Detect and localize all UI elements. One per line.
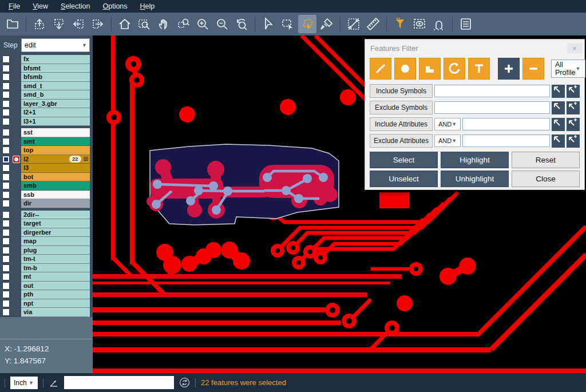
- layer-row-smd_b[interactable]: smd_b: [0, 90, 93, 100]
- menu-options[interactable]: Options: [96, 2, 133, 10]
- layer-name-bar[interactable]: fx: [21, 55, 90, 64]
- tool-select-pointer[interactable]: [259, 15, 278, 33]
- filter-value-input[interactable]: [462, 118, 550, 130]
- tool-clear-brush[interactable]: [318, 15, 336, 33]
- layer-name-bar[interactable]: l3+1: [21, 117, 90, 126]
- menu-help[interactable]: Help: [134, 2, 161, 10]
- layer-row-l2[interactable]: l222⊞: [0, 155, 93, 164]
- tool-home-view[interactable]: [116, 15, 134, 33]
- layer-row-plug[interactable]: plug: [0, 246, 93, 255]
- layer-name-bar[interactable]: l222⊞: [21, 155, 90, 164]
- layer-checkbox[interactable]: [2, 100, 10, 108]
- layer-row-bfsmt[interactable]: bfsmt: [0, 64, 93, 73]
- layer-name-bar[interactable]: map: [21, 237, 90, 246]
- layer-name-bar[interactable]: top: [21, 146, 90, 155]
- pick-add-button[interactable]: [567, 134, 580, 148]
- layer-checkbox[interactable]: [2, 282, 10, 290]
- layer-name-bar[interactable]: l3: [21, 164, 90, 173]
- layer-checkbox[interactable]: [2, 65, 10, 72]
- layer-checkbox[interactable]: [2, 73, 10, 81]
- tool-pan-hand[interactable]: [155, 15, 173, 33]
- layer-checkbox[interactable]: [2, 308, 10, 316]
- layer-row-bot[interactable]: bot: [0, 173, 93, 182]
- menu-view[interactable]: View: [26, 2, 54, 10]
- pick-button[interactable]: [552, 101, 565, 114]
- layer-checkbox[interactable]: [2, 247, 10, 254]
- layer-checkbox[interactable]: [2, 56, 10, 63]
- filter-row-label-button[interactable]: Include Symbols: [370, 84, 433, 98]
- layer-checkbox[interactable]: [2, 191, 10, 199]
- layer-checkbox[interactable]: [2, 129, 10, 136]
- tool-zoom-window[interactable]: [135, 15, 153, 33]
- layer-row-mt[interactable]: mt: [0, 272, 93, 282]
- filter-value-input[interactable]: [434, 85, 550, 97]
- filter-add-button[interactable]: [498, 58, 520, 80]
- tool-shift-down[interactable]: [50, 15, 68, 33]
- layer-name-bar[interactable]: sst: [21, 128, 90, 137]
- filter-value-input[interactable]: [462, 134, 550, 147]
- layer-row-tm-t[interactable]: tm-t: [0, 255, 93, 264]
- tool-zoom-previous[interactable]: [232, 15, 251, 33]
- filter-type-pad[interactable]: [394, 58, 416, 80]
- layer-name-bar[interactable]: npt: [21, 299, 90, 308]
- layer-name-bar[interactable]: out: [21, 282, 90, 291]
- select-button[interactable]: Select: [370, 152, 438, 168]
- pick-add-button[interactable]: [567, 101, 580, 114]
- layer-checkbox[interactable]: [2, 200, 10, 207]
- layer-row-bfsmb[interactable]: bfsmb: [0, 73, 93, 82]
- unhighlight-button[interactable]: Unhighlight: [441, 171, 509, 187]
- tool-open-file[interactable]: [3, 15, 22, 33]
- layer-name-bar[interactable]: bfsmb: [21, 73, 90, 82]
- highlight-button[interactable]: Highlight: [441, 152, 509, 168]
- layer-row-out[interactable]: out: [0, 282, 93, 291]
- close-button[interactable]: Close: [512, 171, 580, 187]
- tool-measure-distance[interactable]: [345, 15, 363, 33]
- filter-row-label-button[interactable]: Exclude Attributes: [370, 134, 433, 148]
- filter-type-text[interactable]: [468, 58, 490, 80]
- layer-name-bar[interactable]: bot: [21, 173, 90, 182]
- layer-checkbox[interactable]: [2, 255, 10, 263]
- filter-type-line[interactable]: [370, 58, 391, 80]
- menu-selection[interactable]: Selection: [54, 2, 96, 10]
- menu-file[interactable]: File: [2, 2, 26, 10]
- layer-name-bar[interactable]: plug: [21, 246, 90, 255]
- layer-checkbox[interactable]: [2, 156, 10, 163]
- layer-name-bar[interactable]: dirgerber: [21, 228, 90, 237]
- layer-name-bar[interactable]: bfsmt: [21, 64, 90, 73]
- tool-shift-right[interactable]: [89, 15, 107, 33]
- close-icon[interactable]: ×: [567, 43, 582, 53]
- layer-row-tm-b[interactable]: tm-b: [0, 264, 93, 273]
- layer-checkbox[interactable]: [2, 146, 10, 154]
- layer-checkbox[interactable]: [2, 264, 10, 272]
- unselect-button[interactable]: Unselect: [370, 171, 438, 187]
- reset-button[interactable]: Reset: [512, 152, 580, 168]
- layer-checkbox[interactable]: [2, 118, 10, 125]
- logic-operator-select[interactable]: AND▼: [434, 118, 461, 130]
- layer-row-smt[interactable]: smt: [0, 137, 93, 146]
- filter-row-label-button[interactable]: Exclude Symbols: [370, 101, 433, 114]
- layer-row-ssb[interactable]: ssb: [0, 191, 93, 200]
- pick-button[interactable]: [552, 85, 565, 98]
- unit-select[interactable]: Inch ▼: [10, 377, 38, 389]
- tool-features-filter[interactable]: [391, 15, 409, 33]
- layer-name-bar[interactable]: tm-t: [21, 255, 90, 264]
- layer-checkbox[interactable]: [2, 91, 10, 98]
- layer-row-l2+1[interactable]: l2+1: [0, 108, 93, 117]
- layer-row-dir[interactable]: dir: [0, 199, 93, 208]
- layer-row-map[interactable]: map: [0, 237, 93, 246]
- layer-checkbox[interactable]: [2, 300, 10, 307]
- layer-checkbox[interactable]: [2, 82, 10, 90]
- layer-row-dirgerber[interactable]: dirgerber: [0, 228, 93, 237]
- tool-report-list[interactable]: [457, 15, 475, 33]
- layer-checkbox[interactable]: [2, 220, 10, 227]
- layer-name-bar[interactable]: target: [21, 219, 90, 228]
- tool-shift-up[interactable]: [30, 15, 49, 33]
- layer-row-l3+1[interactable]: l3+1: [0, 117, 93, 126]
- layer-row-npt[interactable]: npt: [0, 299, 93, 308]
- tool-shift-left[interactable]: [69, 15, 88, 33]
- tool-snap-magnet[interactable]: [430, 15, 448, 33]
- layer-row-top[interactable]: top: [0, 146, 93, 155]
- layer-row-sst[interactable]: sst: [0, 128, 93, 137]
- layer-row-2dir--[interactable]: 2dir--: [0, 211, 93, 220]
- layer-checkbox[interactable]: [2, 182, 10, 189]
